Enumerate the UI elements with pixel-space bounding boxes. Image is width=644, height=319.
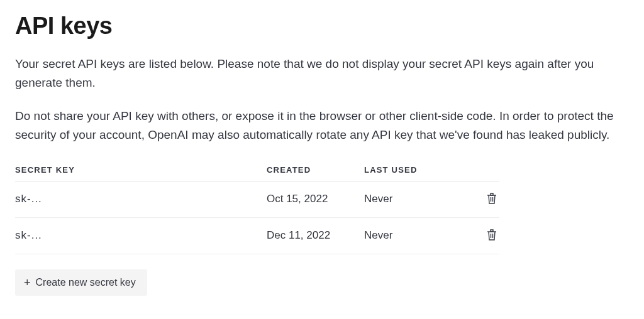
trash-icon [487,229,497,242]
delete-key-button[interactable] [484,227,499,245]
create-button-label: Create new secret key [36,277,136,288]
last-used-value: Never [364,217,471,254]
column-header-last-used: LAST USED [364,159,471,181]
intro-paragraph-2: Do not share your API key with others, o… [15,107,629,145]
page-title: API keys [15,13,629,40]
table-row: sk-... Oct 15, 2022 Never [15,181,499,217]
intro-paragraph-1: Your secret API keys are listed below. P… [15,55,629,93]
created-value: Oct 15, 2022 [267,181,364,217]
api-keys-table: SECRET KEY CREATED LAST USED sk-... Oct … [15,159,499,254]
delete-key-button[interactable] [484,190,499,208]
secret-key-value: sk-... [15,217,267,254]
column-header-secret-key: SECRET KEY [15,159,267,181]
create-secret-key-button[interactable]: + Create new secret key [15,269,147,296]
created-value: Dec 11, 2022 [267,217,364,254]
column-header-created: CREATED [267,159,364,181]
trash-icon [487,193,497,206]
secret-key-value: sk-... [15,181,267,217]
table-row: sk-... Dec 11, 2022 Never [15,217,499,254]
last-used-value: Never [364,181,471,217]
column-header-actions [471,159,499,181]
plus-icon: + [24,277,31,288]
